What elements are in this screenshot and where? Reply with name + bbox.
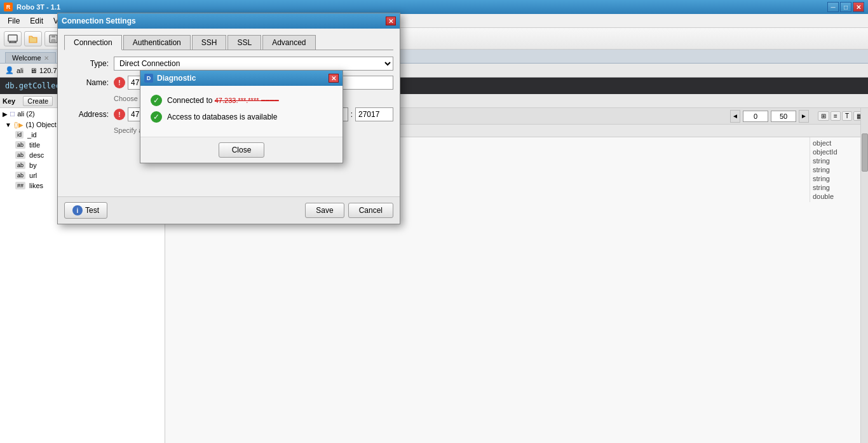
type-string-1: string: [813, 156, 858, 165]
diagnostic-dialog: D Diagnostic ✕ ✓ Connected to 47.233.***…: [140, 70, 343, 163]
type-panel: object objectId string string string str…: [810, 137, 860, 202]
status-user-label: ali: [17, 67, 24, 74]
test-button[interactable]: i Test: [64, 202, 107, 219]
expand-icon[interactable]: ▼: [5, 121, 11, 128]
tree-item-by-label: by: [29, 161, 37, 169]
type-select[interactable]: Direct Connection Replica Set: [114, 57, 393, 71]
diag-item-connected: ✓ Connected to 47.233.***.**** ━━━━: [151, 95, 332, 106]
field-icon-id: id: [15, 131, 24, 139]
status-user: 👤 ali: [5, 66, 24, 74]
diag-item-access: ✓ Access to databases is available: [151, 111, 332, 123]
pagination: ◄ ►: [730, 110, 809, 123]
svg-rect-5: [51, 35, 55, 37]
check-icon-1: ✓: [151, 95, 162, 106]
type-string-4: string: [813, 183, 858, 192]
name-dot: !: [114, 77, 125, 88]
save-button[interactable]: Save: [305, 203, 344, 218]
window-controls: ─ □ ✕: [827, 2, 864, 12]
type-string-3: string: [813, 174, 858, 183]
address-colon: :: [351, 110, 353, 119]
type-objectid: objectId: [813, 147, 858, 156]
tab-welcome-label: Welcome: [12, 54, 41, 62]
minimize-button[interactable]: ─: [827, 2, 839, 12]
scrollbar-thumb[interactable]: [862, 133, 868, 172]
text-view-icon[interactable]: T: [842, 111, 852, 121]
field-icon-title: ab: [15, 141, 25, 149]
tree-connection-label: ali (2): [17, 110, 35, 118]
diag-access-text: Access to databases is available: [167, 112, 277, 121]
diag-icon: D: [144, 74, 153, 83]
svg-rect-0: [8, 35, 17, 41]
field-icon-by: ab: [15, 161, 25, 169]
connection-icon: □: [10, 109, 15, 118]
next-page-button[interactable]: ►: [799, 110, 809, 123]
tab-ssl[interactable]: SSL: [227, 35, 261, 50]
view-buttons: ⊞ ≡ T ▦: [818, 111, 865, 121]
tab-advanced[interactable]: Advanced: [262, 35, 315, 50]
check-icon-2: ✓: [151, 111, 162, 123]
table-view-icon[interactable]: ⊞: [818, 111, 829, 121]
tree-item-title-label: title: [29, 141, 40, 149]
connection-settings-footer: i Test Save Cancel: [58, 196, 400, 224]
field-icon-desc: ab: [15, 151, 25, 159]
diag-title-left: D Diagnostic: [144, 74, 196, 83]
address-label: Address:: [64, 110, 109, 119]
diagnostic-close[interactable]: ✕: [329, 74, 339, 83]
menu-file[interactable]: File: [3, 15, 25, 27]
field-icon-likes: ##: [15, 182, 25, 189]
new-connection-button[interactable]: [4, 31, 22, 46]
title-bar: R Robo 3T - 1.1 ─ □ ✕: [0, 0, 868, 14]
vertical-scrollbar[interactable]: [860, 108, 868, 443]
open-button[interactable]: [24, 31, 42, 46]
connection-settings-title: Connection Settings: [62, 17, 136, 25]
per-page-input[interactable]: [771, 111, 796, 122]
create-button[interactable]: Create: [23, 96, 53, 106]
address-dot: !: [114, 109, 125, 120]
diag-connected-text: Connected to 47.233.***.**** ━━━━: [167, 96, 279, 105]
connection-settings-tabs: Connection Authentication SSH SSL Advanc…: [64, 35, 393, 50]
close-button[interactable]: ✕: [853, 2, 864, 12]
type-row: Type: Direct Connection Replica Set: [64, 57, 393, 71]
tab-authentication[interactable]: Authentication: [123, 35, 191, 50]
tab-connection[interactable]: Connection: [64, 35, 122, 50]
name-label: Name:: [64, 78, 109, 87]
dialog-action-buttons: Save Cancel: [305, 203, 393, 218]
tab-welcome-close[interactable]: ✕: [44, 55, 49, 62]
tree-label: Key: [3, 97, 15, 105]
address-icon: 🖥: [30, 67, 37, 74]
diagnostic-titlebar: D Diagnostic ✕: [140, 71, 342, 86]
tree-view-icon[interactable]: ≡: [831, 111, 841, 121]
tree-item-object-label: (1) Object: [26, 121, 57, 128]
menu-edit[interactable]: Edit: [25, 15, 48, 27]
type-object: object: [813, 139, 858, 147]
app-icon: R: [4, 3, 13, 11]
type-string-2: string: [813, 165, 858, 174]
page-number-input[interactable]: [743, 111, 768, 122]
tab-ssh[interactable]: SSH: [192, 35, 227, 50]
connection-settings-close[interactable]: ✕: [386, 17, 396, 25]
port-input[interactable]: [355, 107, 393, 121]
prev-page-button[interactable]: ◄: [730, 110, 740, 123]
object-icon: {}▶: [14, 121, 24, 128]
diag-redacted-ip: 47.233.***.**** ━━━━: [215, 97, 279, 104]
type-double: double: [813, 192, 858, 201]
tree-item-id-label: _id: [27, 131, 37, 139]
tab-welcome[interactable]: Welcome ✕: [5, 52, 56, 63]
tree-item-url-label: url: [29, 172, 37, 179]
cancel-button[interactable]: Cancel: [348, 203, 393, 218]
tree-item-likes-label: likes: [29, 182, 43, 189]
user-icon: 👤: [5, 66, 14, 74]
arrow-icon: ▶: [3, 111, 8, 118]
tree-item-desc-label: desc: [29, 151, 44, 159]
svg-rect-6: [51, 39, 55, 43]
diagnostic-body: ✓ Connected to 47.233.***.**** ━━━━ ✓ Ac…: [140, 86, 342, 137]
connection-settings-titlebar: Connection Settings ✕: [58, 13, 400, 29]
diagnostic-title: Diagnostic: [157, 74, 196, 83]
type-label: Type:: [64, 59, 109, 68]
maximize-button[interactable]: □: [840, 2, 851, 12]
diagnostic-footer: Close: [140, 137, 342, 163]
app-title: Robo 3T - 1.1: [17, 3, 60, 11]
diagnostic-close-button[interactable]: Close: [219, 142, 265, 158]
info-icon: i: [72, 205, 83, 215]
field-icon-url: ab: [15, 172, 25, 179]
